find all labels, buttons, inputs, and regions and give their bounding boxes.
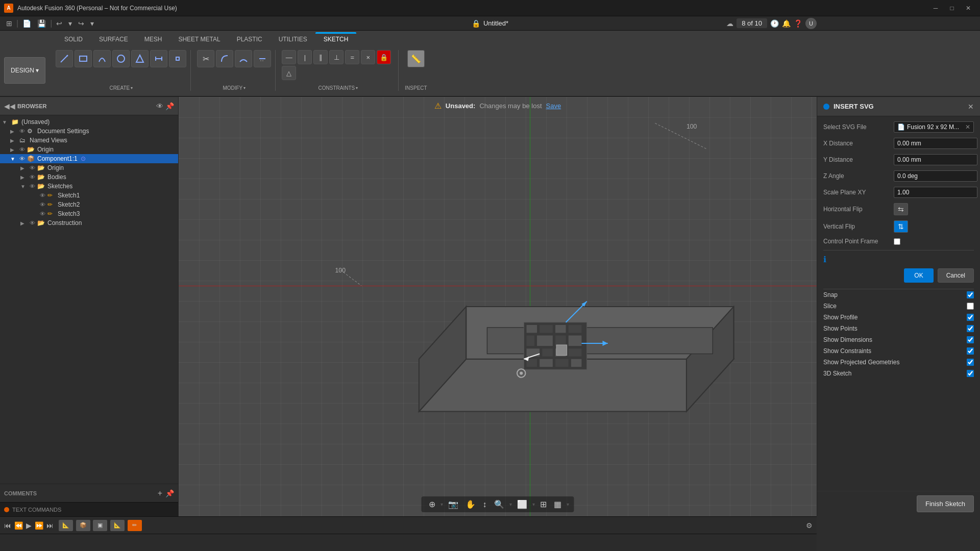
cancel-button[interactable]: Cancel [938,268,974,283]
panel-close-button[interactable]: ✕ [968,103,974,111]
y-distance-input[interactable] [894,154,977,165]
eye-origin-top[interactable]: 👁 [19,146,25,153]
eye-constr[interactable]: 👁 [30,220,35,226]
coincident-constraint[interactable]: × [361,50,375,64]
arc-tool[interactable] [93,50,111,67]
tree-item-origin-top[interactable]: ▶ 👁 📂 Origin [0,145,178,154]
x-distance-input[interactable] [894,138,977,149]
show-constraints-checkbox[interactable] [967,347,974,355]
show-projected-checkbox[interactable] [967,359,974,366]
sidebar-back[interactable]: ◀◀ [4,102,15,110]
tab-sketch[interactable]: SKETCH [315,32,357,45]
3d-sketch-checkbox[interactable] [967,370,974,377]
view-home-button[interactable]: ⊕ [427,498,437,510]
close-button[interactable]: ✕ [961,3,976,14]
control-point-checkbox[interactable] [894,238,900,245]
horizontal-constraint[interactable]: — [282,50,296,64]
design-dropdown[interactable]: DESIGN ▾ [4,57,45,84]
rect-tool[interactable] [75,50,92,67]
undo-button[interactable]: ↩ [54,18,64,29]
timeline-frame-2[interactable]: 📦 [76,520,90,531]
save-button[interactable]: 💾 [35,18,48,29]
view-camera-button[interactable]: 📷 [446,498,460,510]
comp1-active-icon[interactable]: ⊙ [81,155,86,162]
show-dimensions-checkbox[interactable] [967,336,974,343]
tab-mesh[interactable]: MESH [136,34,170,45]
tab-plastic[interactable]: PLASTIC [229,34,271,45]
v-flip-button[interactable]: ⇅ [894,220,908,233]
circle-tool[interactable] [112,50,130,67]
step-counter[interactable]: 8 of 10 [737,18,767,28]
svg-file-clear[interactable]: ✕ [965,123,970,131]
tree-item-named-views[interactable]: ▶ 🗂 Named Views [0,136,178,145]
redo-button[interactable]: ↪ [76,18,86,29]
tab-surface[interactable]: SURFACE [91,34,136,45]
tab-solid[interactable]: SOLID [56,34,91,45]
finish-sketch-button[interactable]: Finish Sketch [917,495,974,512]
tree-item-sketches[interactable]: ▼ 👁 📂 Sketches [0,182,178,191]
tl-first[interactable]: ⏮ [4,521,11,530]
add-comment-button[interactable]: + [158,489,162,498]
svg-file-value[interactable]: 📄 Fusion 92 x 92 M... ✕ [894,121,974,133]
timeline-frame-1[interactable]: 📐 [59,520,73,531]
snap-checkbox[interactable] [967,291,974,298]
eye-s3[interactable]: 👁 [40,211,45,217]
eye-sketches[interactable]: 👁 [30,183,35,189]
perpendicular-constraint[interactable]: ⊥ [329,50,344,64]
show-profile-checkbox[interactable] [967,314,974,321]
tree-item-construction[interactable]: ▶ 👁 📂 Construction [0,218,178,228]
eye-doc[interactable]: 👁 [19,128,25,134]
offset-tool[interactable] [254,50,271,67]
sidebar-pin[interactable]: 📌 [165,102,174,110]
lock-constraint[interactable]: 🔒 [377,50,391,64]
tree-item-sketch1[interactable]: ▶ 👁 ✏ Sketch1 [0,191,178,200]
eye-comp1[interactable]: 👁 [19,156,25,162]
tab-sheet-metal[interactable]: SHEET METAL [170,34,228,45]
user-avatar[interactable]: U [805,18,817,29]
tangent-constraint[interactable]: △ [282,66,296,80]
save-link[interactable]: Save [546,102,561,110]
slice-checkbox[interactable] [967,303,974,310]
view-pan-button[interactable]: ✋ [463,498,478,510]
tree-item-doc-settings[interactable]: ▶ 👁 ⚙ Document Settings [0,127,178,136]
parallel-constraint[interactable]: ∥ [313,50,328,64]
tree-item-origin-inner[interactable]: ▶ 👁 📂 Origin [0,163,178,172]
z-angle-input[interactable] [894,170,977,182]
undo-dropdown[interactable]: ▾ [66,18,74,29]
redo-dropdown[interactable]: ▾ [88,18,96,29]
vertical-constraint[interactable]: | [298,50,312,64]
tl-play[interactable]: ▶ [26,521,32,530]
new-button[interactable]: 📄 [20,18,33,29]
tree-item-bodies[interactable]: ▶ 👁 📂 Bodies [0,172,178,182]
viewport[interactable]: ⚠ Unsaved: Changes may be lost Save 100 … [179,97,817,516]
timeline-frame-active[interactable]: ✏ [128,520,142,531]
eye-s1[interactable]: 👁 [40,192,45,198]
bell-icon[interactable]: 🔔 [782,19,791,28]
tree-item-component1[interactable]: ▼ 👁 📦 Component1:1 ⊙ [0,154,178,163]
tree-item-sketch2[interactable]: ▶ 👁 ✏ Sketch2 [0,200,178,209]
grid-menu-button[interactable]: ⊞ [4,18,14,29]
extend-tool[interactable] [235,50,252,67]
comments-pin[interactable]: 📌 [165,489,174,497]
measure-tool[interactable]: 📏 [407,50,425,67]
scissors-tool[interactable]: ✂ [197,50,214,67]
point-tool[interactable] [169,50,186,67]
line-tool[interactable] [56,50,73,67]
polygon-tool[interactable] [131,50,149,67]
tl-last[interactable]: ⏭ [46,521,54,530]
view-zoom-button[interactable]: 🔍 [492,498,506,510]
equal-constraint[interactable]: = [345,50,359,64]
ok-button[interactable]: OK [904,268,933,283]
eye-origin-inner[interactable]: 👁 [30,165,35,171]
fillet-tool[interactable] [216,50,233,67]
show-points-checkbox[interactable] [967,325,974,332]
tree-item-root[interactable]: ▼ 📁 (Unsaved) [0,117,178,127]
view-rotate-button[interactable]: ↕ [481,499,489,510]
tab-utilities[interactable]: UTILITIES [271,34,315,45]
timeline-frame-4[interactable]: 📐 [110,520,125,531]
help-icon[interactable]: ❓ [794,19,802,28]
scale-plane-input[interactable] [894,187,977,198]
tl-settings-button[interactable]: ⚙ [806,521,813,530]
tl-prev[interactable]: ⏪ [14,521,23,530]
sidebar-eye[interactable]: 👁 [156,102,163,110]
